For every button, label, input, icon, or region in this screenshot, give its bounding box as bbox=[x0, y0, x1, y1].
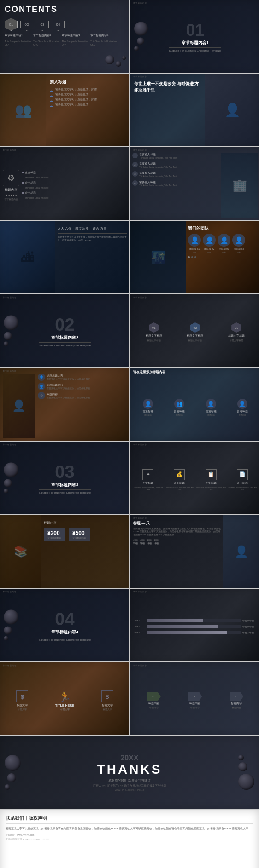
slide-16: 章节标题内容 👤 标题 — 只 一 需要更改文字可以直接更改，如需修改颜色请在绘… bbox=[130, 515, 259, 588]
sec-tag-11: 章节标题内容 bbox=[3, 370, 17, 372]
slide-6: 章节标题内容 1 需要输入标题 Thinkable Social Innovat… bbox=[130, 147, 259, 220]
pg-desc-2: 普通标题 bbox=[176, 414, 183, 416]
growth-item-3: 20XX 标题大标题 bbox=[134, 631, 256, 634]
member-name-3: 团队成员3 bbox=[219, 247, 230, 250]
sphere-13-sm bbox=[4, 489, 8, 494]
thanks-sphere-r1 bbox=[238, 755, 244, 760]
section-13-divider bbox=[39, 489, 91, 490]
section-9-sub: Suitable For Business Enterprise Templat… bbox=[39, 344, 91, 347]
white-contact: 官方网址：www.×××××.com bbox=[6, 834, 34, 836]
hex-item-2: 02 标题文字标题 标题文字标题 bbox=[187, 322, 203, 342]
sphere-group-2 bbox=[134, 22, 148, 51]
slide-3-title: 插入标题 bbox=[50, 79, 127, 85]
thanks-sphere-2 bbox=[7, 773, 16, 782]
item-label-16-1: 标题 bbox=[133, 539, 138, 541]
text-area-3: 插入标题 ✓ 需要更改文字可以直接更改，如需 ✓ 需要更改文字可以直接更改 ✓ … bbox=[50, 79, 127, 107]
gear-label: 标题内容 bbox=[5, 188, 18, 192]
list-icon-1: 👤 bbox=[38, 374, 45, 381]
sec-tag-4: 章节标题内容 bbox=[133, 75, 147, 78]
hex-item-1: 01 标题文字标题 标题文字标题 bbox=[146, 322, 162, 342]
growth-year-2: 20XX bbox=[134, 625, 146, 628]
icon-grid-14: ✦ 企业标题 Thinkable Social Innovate, Titlis… bbox=[133, 469, 257, 491]
num-item-3: 3 需要输入标题 Thinkable Social Innovate, Titl… bbox=[132, 171, 219, 178]
slide-9: 章节标题内容 02 章节标题内容2 Suitable For Business … bbox=[0, 294, 130, 367]
ci-title-1: 章节标题内容1 bbox=[5, 34, 31, 38]
hexagon-1: 01 bbox=[149, 322, 159, 333]
sec-tag-19: 章节标题内容 bbox=[3, 664, 17, 667]
quote-area: 每世上唯一不变是改变 与时俱进 方能决胜千里 bbox=[134, 80, 201, 94]
ci-line-1 bbox=[5, 39, 31, 39]
photo-area-3: 👥 bbox=[0, 74, 46, 146]
item-label-16-4: 标题 bbox=[154, 539, 159, 541]
right-desc-2: Thinkable Social Innovate bbox=[22, 187, 127, 189]
hexagon-2: 02 bbox=[190, 322, 200, 333]
list-11-item-2: 👤 标题标题内容 需要更改文字可以直接更改，如需修改颜色 bbox=[38, 383, 127, 390]
pg-desc-3: 普通标题 bbox=[207, 414, 215, 416]
member-role-3: 职务 bbox=[222, 251, 226, 253]
member-3: 👤 团队成员3 职务 bbox=[218, 234, 230, 253]
right-item-2: 企业标题 bbox=[22, 181, 127, 185]
growth-label-3: 标题大标题 bbox=[242, 631, 256, 634]
slide-5-content: ⚙ 标题内容 ★★★★★ 章节标题内容 企业标题 Thinkable Socia… bbox=[0, 147, 130, 220]
thanks-content: 20XX THANKS 感谢您的聆听 欢迎提问与建议 汇报人:××× 汇报部门:… bbox=[93, 754, 165, 791]
num-title-2: 需要输入标题 bbox=[139, 162, 177, 166]
photo-area-4: 👤 bbox=[205, 74, 259, 146]
big-num-9: 02 bbox=[39, 315, 91, 335]
list-title-3: 标题内容 bbox=[47, 392, 90, 397]
dollar-content: $ 标题文字 标题文字 🏃 TITLE HERE 标题文字 $ 标题文字 标题文… bbox=[0, 662, 130, 735]
ig-title-3: 企业标题 bbox=[206, 481, 217, 485]
hex-items-content: 01 标题文字标题 标题文字标题 02 标题文字标题 标题文字标题 03 标题文… bbox=[130, 294, 259, 367]
bullet-1 bbox=[22, 172, 24, 173]
sec-tag-2: 章节标题内容 bbox=[133, 2, 147, 4]
right-item-1: 企业标题 bbox=[22, 171, 127, 175]
dot-3 bbox=[194, 256, 196, 258]
slide-3: 章节标题内容 👥 插入标题 ✓ 需要更改文字可以直接更改，如需 ✓ 需要更改文字… bbox=[0, 74, 130, 146]
ci-text-4: This Sample Is Illustrative Of A bbox=[90, 40, 117, 46]
sec-tag-16: 章节标题内容 bbox=[133, 517, 147, 519]
item-16-2: 标题 详细 bbox=[140, 539, 145, 545]
sec-tag-9: 章节标题内容 bbox=[3, 296, 17, 299]
line-text-3-4: 需要更改文字可以直接更改 bbox=[55, 103, 88, 106]
section-sub: Suitable For Business Enterprise Templat… bbox=[169, 49, 221, 52]
content-item-3: 章节标题内容3 This Sample Is Illustrative Of A bbox=[62, 34, 88, 46]
thanks-sub: 感谢您的聆听 欢迎提问与建议 bbox=[93, 778, 165, 783]
section-17-divider bbox=[39, 637, 91, 637]
slide-15: 章节标题内容 📚 标题内容 ¥200 企业标题标题 ¥500 企业标题标题 bbox=[0, 515, 130, 588]
section-9-divider bbox=[39, 342, 91, 343]
growth-content: 20XX 标题大标题 20XX 标题大标题 20XX 标题大标题 bbox=[130, 612, 259, 638]
slide-12-content: 👤 普通标题 普通标题 👥 普通标题 普通标题 👤 普通标题 普通标题 👤 普通… bbox=[130, 390, 259, 419]
section-17-content: 04 章节标题内容4 Suitable For Business Enterpr… bbox=[39, 609, 91, 641]
check-2: ✓ bbox=[50, 93, 53, 97]
section-divider bbox=[169, 47, 221, 48]
sphere-9-sm bbox=[4, 342, 8, 346]
section-13-label: 章节标题内容3 bbox=[39, 482, 91, 488]
person-icon-grid: 👤 普通标题 普通标题 👥 普通标题 普通标题 👤 普通标题 普通标题 👤 普通… bbox=[133, 399, 257, 416]
slide-7: 章节标题内容 🏙 入人 六众 超过 出版 迎合 力量 需要更改文字可以直接更改，… bbox=[0, 221, 130, 293]
ci-text-3: This Sample Is Illustrative Of A bbox=[62, 40, 88, 46]
section-9-label: 章节标题内容2 bbox=[39, 335, 91, 341]
sec-tag-5: 章节标题内容 bbox=[3, 149, 17, 151]
list-title-2: 标题标题内容 bbox=[47, 383, 90, 387]
sec-tag-18: 章节标题内容 bbox=[133, 591, 147, 593]
pg-icon-3: 👤 bbox=[206, 399, 216, 409]
growth-bar-fill-2 bbox=[147, 625, 218, 628]
slide-10: 章节标题内容 01 标题文字标题 标题文字标题 02 标题文字标题 标题文字标题… bbox=[130, 294, 259, 367]
list-11-item-1: 👤 标题标题内容 需要更改文字可以直接更改，如需修改颜色 bbox=[38, 374, 127, 381]
sphere-group-17 bbox=[4, 610, 18, 641]
hex-4: 04 bbox=[52, 18, 65, 31]
pg-icon-1: 👤 bbox=[143, 399, 153, 409]
list-11: 👤 标题标题内容 需要更改文字可以直接更改，如需修改颜色 👤 标题标题内容 需要… bbox=[38, 374, 127, 438]
num-item-1: 1 需要输入标题 Thinkable Social Innovate, Titl… bbox=[132, 153, 219, 159]
slide-12-header: 请在这里添加标题内容 bbox=[133, 370, 257, 374]
list-desc-3: 需要更改文字可以直接更改，如需修改颜色 bbox=[47, 397, 90, 399]
stat-2: 超过 出版 bbox=[75, 226, 89, 231]
sphere-lg bbox=[134, 22, 148, 36]
sphere-17-md bbox=[4, 627, 12, 635]
person-photo-11: 👤 bbox=[3, 374, 35, 438]
section-17-label: 章节标题内容4 bbox=[39, 629, 91, 635]
city-photo: 🏙 bbox=[0, 221, 55, 293]
team-photo-area: 🌃 bbox=[130, 221, 186, 293]
content-item-4: 章节标题内容4 This Sample Is Illustrative Of A bbox=[90, 34, 117, 46]
num-desc-3: Thinkable Social Innovate, Titlis And Te… bbox=[139, 175, 177, 178]
member-avatar-2: 👤 bbox=[203, 234, 216, 247]
